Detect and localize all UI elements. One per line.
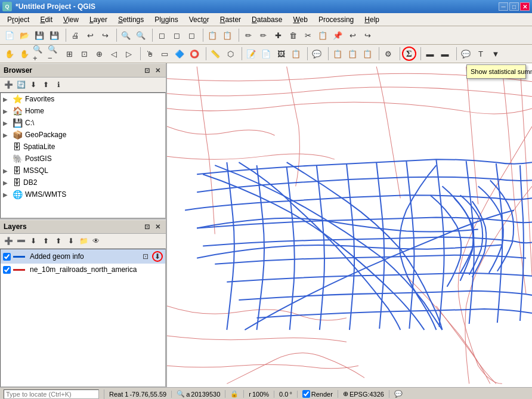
point-select-button[interactable]: 🖱 (143, 47, 157, 61)
menu-plugins[interactable]: Plugins (150, 14, 183, 25)
undo2-button[interactable]: ↩ (345, 28, 360, 42)
select3-button[interactable]: ◻ (184, 28, 199, 42)
redo2-button[interactable]: ↪ (360, 28, 375, 42)
tooltip-button[interactable]: 💬 (459, 47, 473, 61)
window-controls[interactable]: ─ □ ✕ (499, 2, 530, 11)
svg-annotation-button[interactable]: 🖼 (274, 47, 288, 61)
zoom-in-button[interactable]: 🔍+ (32, 47, 47, 61)
undo-button[interactable]: ↩ (83, 28, 97, 42)
browser-close-button[interactable]: ✕ (153, 66, 162, 75)
open-table-button[interactable]: 📋 (205, 28, 219, 42)
layer-visibility-button[interactable]: 👁 (90, 235, 102, 247)
tree-item-postgis[interactable]: 🐘 PostGIS (1, 153, 165, 165)
open-project-button[interactable]: 📂 (17, 28, 32, 42)
tips-button[interactable]: 💬 (310, 47, 324, 61)
layers-tree[interactable]: Added geom info ⊡ ⬇ ne_10m_railroads_nor… (0, 249, 166, 387)
browser-filter-button[interactable]: ⬇ (27, 79, 39, 91)
tree-item-geopackage[interactable]: ▶ 📦 GeoPackage (1, 129, 165, 141)
zoom-prev-button[interactable]: ◁ (107, 47, 121, 61)
identify2-button[interactable]: 🔍 (134, 28, 148, 42)
menu-settings[interactable]: Settings (113, 14, 149, 25)
text2-button[interactable]: ▼ (488, 47, 503, 61)
render-toggle[interactable]: Render (302, 390, 338, 398)
open-table2-button[interactable]: 📋 (220, 28, 234, 42)
freehand-select-button[interactable]: 🔷 (172, 47, 187, 61)
browser-add-button[interactable]: ➕ (2, 79, 14, 91)
digitize-button[interactable]: ✏ (241, 28, 255, 42)
open-table5-button[interactable]: 📋 (360, 47, 375, 61)
layer-item-railroads[interactable]: ne_10m_railroads_north_america (1, 264, 165, 276)
minimize-button[interactable]: ─ (499, 2, 508, 11)
radius-select-button[interactable]: ⭕ (187, 47, 202, 61)
zoom-full-button[interactable]: ⊞ (62, 47, 76, 61)
map-canvas[interactable] (167, 63, 532, 387)
layer-filter-button[interactable]: ⬇ (27, 235, 39, 247)
layers-header-buttons[interactable]: ⊡ ✕ (142, 222, 162, 231)
browser-float-button[interactable]: ⊡ (142, 66, 151, 75)
tree-item-home[interactable]: ▶ 🏠 Home (1, 105, 165, 117)
tree-item-c-drive[interactable]: ▶ 💾 C:\ (1, 117, 165, 129)
add-feature-button[interactable]: ✏ (256, 28, 270, 42)
menu-view[interactable]: View (58, 14, 83, 25)
deselect-button[interactable]: ◻ (169, 28, 184, 42)
annotation-button[interactable]: 📝 (244, 47, 258, 61)
paste-button[interactable]: 📌 (330, 28, 345, 42)
cut-button[interactable]: ✂ (301, 28, 315, 42)
identify-button[interactable]: 🔍 (119, 28, 133, 42)
locate-input[interactable] (4, 389, 99, 399)
layer-move-down-button[interactable]: ⬇ (65, 235, 77, 247)
zoom-selection-button[interactable]: ⊕ (92, 47, 106, 61)
menu-vector[interactable]: Vector (184, 14, 214, 25)
tree-item-db2[interactable]: ▶ 🗄 DB2 (1, 177, 165, 188)
print-button[interactable]: 🖨 (68, 28, 82, 42)
delete-feature-button[interactable]: 🗑 (286, 28, 300, 42)
messages-button[interactable]: 💬 (394, 390, 407, 398)
tree-item-mssql[interactable]: ▶ 🗄 MSSQL (1, 165, 165, 177)
show-statistical-summary-button[interactable]: Σ (402, 47, 416, 61)
tree-item-spatialite[interactable]: 🗄 SpatiaLite (1, 141, 165, 153)
menu-database[interactable]: Database (247, 14, 287, 25)
layer-filter-icon-added-geom[interactable]: ⬇ (152, 251, 163, 262)
menu-layer[interactable]: Layer (85, 14, 112, 25)
epsg-display[interactable]: ⊕ EPSG:4326 (343, 390, 389, 398)
locate-bar[interactable] (4, 389, 104, 399)
tree-item-favorites[interactable]: ▶ ⭐ Favorites (1, 93, 165, 105)
menu-web[interactable]: Web (288, 14, 312, 25)
measure-button[interactable]: 📏 (208, 47, 222, 61)
move-feature-button[interactable]: ✚ (271, 28, 285, 42)
maximize-button[interactable]: □ (509, 2, 519, 11)
menu-raster[interactable]: Raster (215, 14, 246, 25)
menu-processing[interactable]: Processing (314, 14, 358, 25)
menu-help[interactable]: Help (360, 14, 384, 25)
copy-button[interactable]: 📋 (316, 28, 330, 42)
text-button[interactable]: T (474, 47, 488, 61)
rect-select-button[interactable]: ▭ (157, 47, 172, 61)
bar-chart2-button[interactable]: ▬ (438, 47, 452, 61)
browser-tree[interactable]: ▶ ⭐ Favorites ▶ 🏠 Home ▶ 💾 C:\ ▶ 📦 (0, 92, 166, 218)
select-features-button[interactable]: ◻ (154, 28, 169, 42)
layer-checkbox-added-geom[interactable] (3, 253, 11, 261)
save-project-button[interactable]: 💾 (32, 28, 47, 42)
gear-button[interactable]: ⚙ (381, 47, 395, 61)
layer-remove-button[interactable]: ➖ (15, 235, 27, 247)
layer-collapse-button[interactable]: ⬆ (40, 235, 52, 247)
layers-float-button[interactable]: ⊡ (142, 222, 151, 231)
tree-item-wms[interactable]: ▶ 🌐 WMS/WMTS (1, 188, 165, 200)
menu-edit[interactable]: Edit (35, 14, 57, 25)
layer-checkbox-railroads[interactable] (3, 266, 11, 274)
browser-refresh-button[interactable]: 🔄 (15, 79, 27, 91)
layer-move-up-button[interactable]: ⬆ (52, 235, 64, 247)
browser-info-button[interactable]: ℹ (52, 79, 64, 91)
new-project-button[interactable]: 📄 (2, 28, 17, 42)
pan2-button[interactable]: ✋ (17, 47, 32, 61)
measure-area-button[interactable]: ⬡ (223, 47, 237, 61)
close-button[interactable]: ✕ (520, 2, 530, 11)
open-table3-button[interactable]: 📋 (330, 47, 345, 61)
lock-display[interactable]: 🔒 (230, 390, 244, 398)
redo-button[interactable]: ↪ (98, 28, 112, 42)
layer-group-button[interactable]: 📁 (78, 235, 89, 247)
browser-header-buttons[interactable]: ⊡ ✕ (142, 66, 162, 75)
zoom-next-button[interactable]: ▷ (122, 47, 136, 61)
layers-close-button[interactable]: ✕ (153, 222, 162, 231)
open-table4-button[interactable]: 📋 (345, 47, 360, 61)
